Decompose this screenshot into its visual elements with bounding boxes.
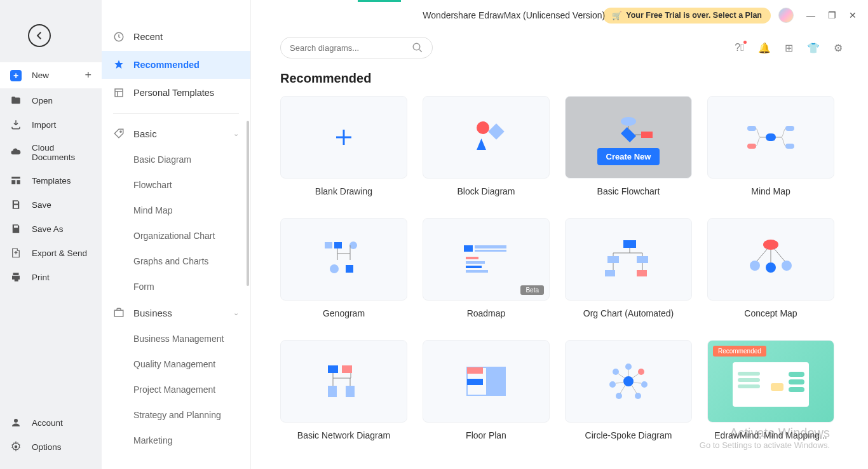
trial-text: Your Free Trial is over. Select a Plan (626, 11, 762, 20)
nav-label: Account (32, 418, 63, 428)
svg-rect-61 (738, 384, 760, 388)
plus-icon[interactable]: + (85, 69, 92, 82)
nav-account[interactable]: Account (0, 411, 102, 435)
svg-point-3 (14, 419, 18, 423)
sub-business-management[interactable]: Business Management (102, 326, 250, 351)
trial-banner[interactable]: 🛒 Your Free Trial is over. Select a Plan (603, 8, 771, 24)
sub-form[interactable]: Form (102, 274, 250, 299)
mid-personal-templates[interactable]: Personal Templates (102, 79, 250, 107)
svg-rect-16 (766, 133, 776, 141)
nav-label: Options (32, 442, 62, 452)
section-title: Recommended (280, 71, 843, 86)
svg-rect-32 (466, 270, 488, 273)
svg-rect-15 (641, 132, 653, 138)
nav-export-send[interactable]: Export & Send (0, 241, 102, 265)
svg-rect-60 (738, 378, 760, 382)
svg-point-10 (477, 121, 489, 134)
cat-basic[interactable]: Basic ⌄ (102, 120, 250, 147)
card-floor-plan[interactable]: Floor Plan (423, 340, 550, 447)
sub-mind-map[interactable]: Mind Map (102, 198, 250, 223)
svg-point-50 (623, 376, 634, 386)
card-basic-flowchart[interactable]: Create New Basic Flowchart (565, 96, 692, 203)
mid-label: Recommended (133, 60, 200, 70)
search-input[interactable] (290, 43, 412, 53)
mid-recommended[interactable]: Recommended (102, 51, 250, 79)
save-as-icon (10, 223, 22, 234)
svg-rect-19 (785, 126, 794, 131)
svg-rect-20 (785, 144, 794, 149)
sidebar-categories: Recent Recommended Personal Templates Ba… (102, 0, 251, 469)
settings-icon[interactable]: ⚙ (834, 42, 843, 54)
svg-rect-47 (467, 367, 483, 374)
search-icon[interactable] (412, 42, 423, 53)
svg-rect-31 (466, 266, 482, 268)
sub-marketing[interactable]: Marketing (102, 428, 250, 453)
svg-rect-62 (771, 383, 783, 391)
sub-flowchart[interactable]: Flowchart (102, 172, 250, 198)
svg-rect-36 (605, 270, 615, 276)
main-area: Wondershare EdrawMax (Unlicensed Version… (251, 0, 868, 469)
cloud-icon (10, 147, 22, 158)
sub-strategy-planning[interactable]: Strategy and Planning (102, 402, 250, 428)
create-new-button[interactable]: Create New (597, 148, 660, 165)
nav-open[interactable]: Open (0, 88, 102, 112)
avatar[interactable] (778, 8, 794, 23)
card-label: Blank Drawing (280, 186, 407, 203)
back-button[interactable] (28, 24, 51, 47)
nav-options[interactable]: Options (0, 435, 102, 459)
card-edrawmind[interactable]: Recommended EdrawMind: Mind Mapping... (707, 340, 834, 447)
card-label: Genogram (280, 308, 407, 325)
sub-quality-management[interactable]: Quality Management (102, 351, 250, 377)
card-concept-map[interactable]: Concept Map (707, 218, 834, 325)
svg-point-53 (641, 381, 648, 388)
cat-business[interactable]: Business ⌄ (102, 299, 250, 326)
nav-save-as[interactable]: Save As (0, 217, 102, 241)
nav-cloud-documents[interactable]: Cloud Documents (0, 137, 102, 168)
export-icon (10, 247, 22, 259)
sidebar-left: + New + Open Import Cloud Documents Temp… (0, 0, 102, 469)
svg-point-4 (15, 445, 18, 449)
minimize-button[interactable]: — (806, 10, 815, 20)
cat-label: Basic (133, 128, 157, 139)
svg-point-7 (120, 131, 121, 132)
svg-rect-49 (486, 367, 505, 395)
card-label: Org Chart (Automated) (565, 308, 692, 325)
card-genogram[interactable]: Genogram (280, 218, 407, 325)
nav-import[interactable]: Import (0, 112, 102, 137)
sub-organizational-chart[interactable]: Organizational Chart (102, 223, 250, 248)
nav-print[interactable]: Print (0, 265, 102, 289)
sub-basic-diagram[interactable]: Basic Diagram (102, 147, 250, 172)
card-circle-spoke[interactable]: Circle-Spoke Diagram (565, 340, 692, 447)
svg-point-24 (330, 264, 339, 273)
close-button[interactable]: ✕ (849, 10, 857, 20)
sub-graphs-charts[interactable]: Graphs and Charts (102, 248, 250, 274)
card-org-chart[interactable]: Org Chart (Automated) (565, 218, 692, 325)
card-basic-network[interactable]: Basic Network Diagram (280, 340, 407, 447)
card-roadmap[interactable]: Beta Roadmap (423, 218, 550, 325)
card-block-diagram[interactable]: Block Diagram (423, 96, 550, 203)
apps-icon[interactable]: ⊞ (785, 42, 793, 54)
search-box[interactable] (280, 37, 433, 58)
svg-point-39 (750, 261, 760, 271)
star-icon (113, 59, 125, 71)
svg-rect-37 (637, 270, 647, 276)
mid-recent[interactable]: Recent (102, 23, 250, 51)
card-blank-drawing[interactable]: Blank Drawing (280, 96, 407, 203)
nav-label: Templates (32, 176, 71, 186)
print-icon (10, 271, 22, 283)
nav-new[interactable]: + New + (0, 62, 102, 88)
nav-label: Export & Send (32, 248, 87, 258)
bell-icon[interactable]: 🔔 (758, 42, 771, 54)
sub-project-management[interactable]: Project Management (102, 377, 250, 402)
nav-save[interactable]: Save (0, 193, 102, 217)
card-label: Basic Network Diagram (280, 430, 407, 447)
import-icon (10, 119, 22, 130)
svg-rect-22 (334, 242, 342, 248)
maximize-button[interactable]: ❐ (828, 10, 836, 20)
card-mind-map[interactable]: Mind Map (707, 96, 834, 203)
shirt-icon[interactable]: 👕 (807, 42, 820, 54)
nav-label: Import (32, 120, 56, 130)
nav-templates[interactable]: Templates (0, 168, 102, 193)
card-label: Roadmap (423, 308, 550, 325)
help-icon[interactable]: ?⃝ (735, 42, 744, 54)
